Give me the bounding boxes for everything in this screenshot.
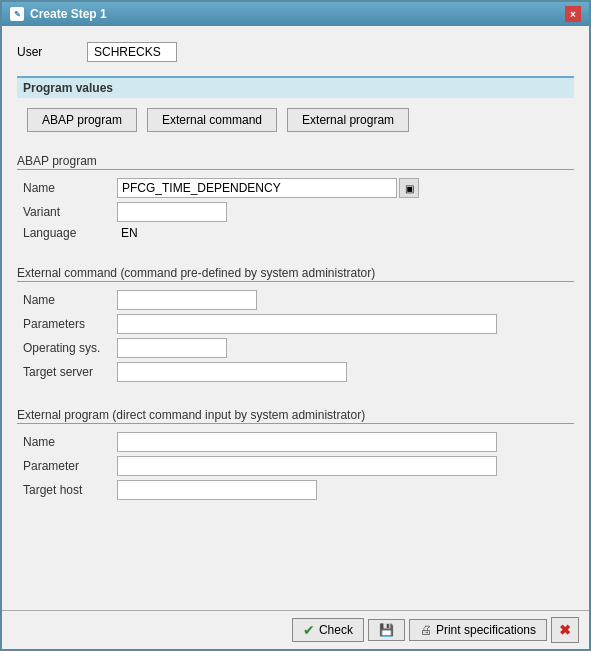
abap-language-label: Language [17, 226, 117, 240]
abap-program-button[interactable]: ABAP program [27, 108, 137, 132]
external-program-section: External program (direct command input b… [17, 406, 574, 508]
check-icon: ✔ [303, 622, 315, 638]
ext-cmd-opsys-input[interactable] [117, 338, 227, 358]
ext-cmd-opsys-label: Operating sys. [17, 341, 117, 355]
abap-name-label: Name [17, 181, 117, 195]
ext-cmd-params-label: Parameters [17, 317, 117, 331]
external-command-label: External command (command pre-defined by… [17, 264, 574, 282]
save-button[interactable]: 💾 [368, 619, 405, 641]
ext-cmd-params-row: Parameters [17, 314, 574, 334]
ext-prog-name-input[interactable] [117, 432, 497, 452]
ext-prog-host-row: Target host [17, 480, 574, 500]
ext-cmd-params-input[interactable] [117, 314, 497, 334]
abap-section-label: ABAP program [17, 152, 574, 170]
ext-prog-form: Name Parameter Target host [17, 428, 574, 508]
abap-browse-button[interactable]: ▣ [399, 178, 419, 198]
ext-cmd-target-input[interactable] [117, 362, 347, 382]
program-buttons-row: ABAP program External command External p… [17, 100, 574, 140]
footer: ✔ Check 💾 🖨 Print specifications ✖ [2, 610, 589, 649]
ext-cmd-form: Name Parameters Operating sys. Target se… [17, 286, 574, 390]
user-row: User SCHRECKS [17, 36, 574, 68]
program-values-header: Program values [17, 76, 574, 98]
program-values-section: Program values ABAP program External com… [17, 76, 574, 140]
abap-variant-row: Variant [17, 202, 574, 222]
ext-prog-param-input[interactable] [117, 456, 497, 476]
main-window: ✎ Create Step 1 × User SCHRECKS Program … [0, 0, 591, 651]
cancel-icon: ✖ [559, 622, 571, 638]
cancel-button[interactable]: ✖ [551, 617, 579, 643]
ext-cmd-target-label: Target server [17, 365, 117, 379]
external-command-section: External command (command pre-defined by… [17, 264, 574, 390]
save-icon: 💾 [379, 623, 394, 637]
abap-form: Name ▣ Variant Language EN [17, 174, 574, 248]
close-button[interactable]: × [565, 6, 581, 22]
print-icon: 🖨 [420, 623, 432, 637]
ext-prog-host-label: Target host [17, 483, 117, 497]
ext-cmd-target-row: Target server [17, 362, 574, 382]
check-button[interactable]: ✔ Check [292, 618, 364, 642]
external-program-button[interactable]: External program [287, 108, 409, 132]
external-program-label: External program (direct command input b… [17, 406, 574, 424]
abap-language-value: EN [117, 226, 138, 240]
abap-program-section: ABAP program Name ▣ Variant Language EN [17, 152, 574, 248]
ext-prog-name-row: Name [17, 432, 574, 452]
ext-prog-param-label: Parameter [17, 459, 117, 473]
abap-name-input-group: ▣ [117, 178, 419, 198]
content-area: User SCHRECKS Program values ABAP progra… [2, 26, 589, 610]
user-value: SCHRECKS [87, 42, 177, 62]
print-button[interactable]: 🖨 Print specifications [409, 619, 547, 641]
abap-variant-input[interactable] [117, 202, 227, 222]
abap-language-row: Language EN [17, 226, 574, 240]
ext-cmd-name-label: Name [17, 293, 117, 307]
external-command-button[interactable]: External command [147, 108, 277, 132]
window-title: Create Step 1 [30, 7, 107, 21]
abap-name-input[interactable] [117, 178, 397, 198]
window-icon: ✎ [10, 7, 24, 21]
ext-cmd-name-row: Name [17, 290, 574, 310]
abap-name-row: Name ▣ [17, 178, 574, 198]
title-bar-left: ✎ Create Step 1 [10, 7, 107, 21]
abap-variant-label: Variant [17, 205, 117, 219]
ext-prog-host-input[interactable] [117, 480, 317, 500]
ext-prog-param-row: Parameter [17, 456, 574, 476]
title-bar: ✎ Create Step 1 × [2, 2, 589, 26]
ext-cmd-name-input[interactable] [117, 290, 257, 310]
user-label: User [17, 45, 77, 59]
print-label: Print specifications [436, 623, 536, 637]
ext-prog-name-label: Name [17, 435, 117, 449]
check-label: Check [319, 623, 353, 637]
ext-cmd-opsys-row: Operating sys. [17, 338, 574, 358]
